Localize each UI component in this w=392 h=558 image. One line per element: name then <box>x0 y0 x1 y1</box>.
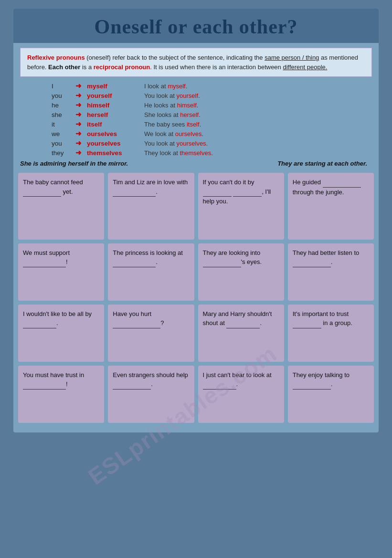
cell-text-before: If you can't do it by <box>203 179 254 186</box>
cell-text-before: The baby cannot feed <box>23 179 83 186</box>
pronoun-row: it ➜ itself The baby sees itself. <box>52 120 360 128</box>
pronoun-subject: you <box>52 92 75 99</box>
pronoun-reflexive: ourselves <box>87 130 144 137</box>
different-people: different people. <box>283 63 327 71</box>
pronoun-example-word: themselves <box>180 149 211 157</box>
fill-blank[interactable] <box>293 379 331 390</box>
footer-left-text: She is admiring herself in the mirror. <box>20 160 128 167</box>
exercise-cell: They had better listen to . <box>288 243 374 301</box>
pronoun-subject: he <box>52 102 75 109</box>
fill-blank[interactable] <box>293 257 331 267</box>
fill-blank[interactable] <box>226 318 260 328</box>
fill-blank[interactable] <box>23 318 56 328</box>
pronoun-arrow-icon: ➜ <box>75 129 87 138</box>
pronoun-subject: we <box>52 130 75 137</box>
cell-text-after: ? <box>160 319 164 326</box>
exercise-cell: They enjoy talking to . <box>288 366 374 423</box>
exercise-cell: If you can't do it by , I'll help you. <box>198 173 284 240</box>
pronoun-arrow-icon: ➜ <box>75 91 87 100</box>
exercise-cell: Have you hurt ? <box>108 305 194 362</box>
footer-right-text: They are staring at each other. <box>277 160 367 167</box>
pronoun-reflexive: themselves <box>87 149 144 157</box>
pronoun-example-word: herself <box>180 111 199 118</box>
exercise-cell: The princess is looking at . <box>108 243 194 301</box>
oneself-label: (oneself) <box>86 54 111 61</box>
exercise-cell: I wouldn't like to be all by . <box>18 305 104 362</box>
cell-text-before: Even strangers should help <box>113 371 188 379</box>
pronoun-arrow-icon: ➜ <box>75 82 87 90</box>
cell-text-before: They had better listen to <box>293 249 359 256</box>
fill-blank[interactable] <box>23 187 61 197</box>
pronoun-subject: you <box>52 140 75 147</box>
pronoun-subject: it <box>52 121 75 128</box>
cell-text-after: . <box>156 188 158 195</box>
pronoun-reflexive: yourself <box>87 92 144 99</box>
page-wrapper: Oneself or each other? Reflexive pronoun… <box>13 9 379 432</box>
pronoun-example: They look at themselves. <box>144 149 213 157</box>
fill-blank[interactable] <box>113 257 156 267</box>
pronoun-reflexive: yourselves <box>87 140 144 147</box>
exercise-cell: Even strangers should help . <box>108 366 194 423</box>
info-desc1: refer back to the subject of the sentenc… <box>112 54 265 61</box>
cell-text-after: yet. <box>61 188 73 195</box>
pronoun-subject: she <box>52 111 75 118</box>
cell-text-after: . <box>331 258 333 265</box>
fill-blank[interactable] <box>113 379 151 390</box>
cell-text-after: . <box>260 319 262 326</box>
cell-text-after: in a group. <box>321 319 352 326</box>
reflexive-label: Reflexive pronouns <box>27 54 85 61</box>
fill-blank[interactable] <box>23 379 66 390</box>
pronoun-subject: they <box>52 149 75 157</box>
cell-text-before: I wouldn't like to be all by <box>23 310 92 317</box>
exercise-cell: Mary and Harry shouldn't shout at . <box>198 305 284 362</box>
fill-blank[interactable] <box>23 257 66 267</box>
info-box: Reflexive pronouns (oneself) refer back … <box>20 48 372 77</box>
pronoun-row: he ➜ himself He looks at himself. <box>52 101 360 109</box>
exercise-cell: You must have trust in ! <box>18 366 104 423</box>
cell-text-before: He guided <box>293 179 321 186</box>
pronoun-arrow-icon: ➜ <box>75 148 87 157</box>
pronoun-example: We look at ourselves. <box>144 130 203 137</box>
cell-text-after: . <box>236 380 238 388</box>
pronoun-row: she ➜ herself She looks at herself. <box>52 110 360 119</box>
exercise-cell: It's important to trust in a group. <box>288 305 374 362</box>
pronoun-example: She looks at herself. <box>144 111 201 118</box>
exercise-cell: The baby cannot feed yet. <box>18 173 104 240</box>
exercise-cell: I just can't bear to look at . <box>198 366 284 423</box>
cell-text-before: Tim and Liz are in love with <box>113 179 188 186</box>
cell-text-after: 's eyes. <box>241 258 262 265</box>
pronoun-example: I look at myself. <box>144 83 187 90</box>
pronoun-subject: I <box>52 83 75 90</box>
reciprocal-label: reciprocal pronoun <box>94 63 150 71</box>
fill-blank[interactable] <box>113 187 156 197</box>
exercise-grid: ESLprintables.com The baby cannot feed y… <box>13 173 379 423</box>
pronoun-example-word: ourselves <box>175 130 202 137</box>
examples-footer: She is admiring herself in the mirror. T… <box>20 160 372 167</box>
info-desc3: is a <box>80 63 93 71</box>
cell-text-after: . <box>156 258 158 265</box>
pronoun-example: He looks at himself. <box>144 102 198 109</box>
exercise-cell: He guided through the jungle. <box>288 173 374 240</box>
fill-blank[interactable] <box>113 318 160 328</box>
page-title: Oneself or each other? <box>23 15 369 38</box>
cell-text-before: Have you hurt <box>113 310 151 317</box>
exercise-cell: Tim and Liz are in love with . <box>108 173 194 240</box>
pronoun-example-word: yourselves <box>176 140 206 147</box>
pronoun-arrow-icon: ➜ <box>75 139 87 147</box>
pronoun-example-word: yourself <box>176 92 198 99</box>
pronoun-table: I ➜ myself I look at myself. you ➜ yours… <box>52 82 360 157</box>
pronoun-example: You look at yourselves. <box>144 140 208 147</box>
fill-blank[interactable] <box>323 178 361 188</box>
exercise-cell: They are looking into 's eyes. <box>198 243 284 301</box>
fill-blank[interactable] <box>203 187 232 197</box>
title-section: Oneself or each other? <box>13 9 379 43</box>
pronoun-row: I ➜ myself I look at myself. <box>52 82 360 90</box>
fill-blank[interactable] <box>203 379 236 390</box>
fill-blank[interactable] <box>203 257 241 267</box>
fill-blank[interactable] <box>293 318 321 328</box>
cell-text-before: The princess is looking at <box>113 249 183 256</box>
cell-text-before: You must have trust in <box>23 371 84 379</box>
exercise-cell: We must support ! <box>18 243 104 301</box>
fill-blank-2[interactable] <box>233 187 262 197</box>
pronoun-arrow-icon: ➜ <box>75 101 87 109</box>
